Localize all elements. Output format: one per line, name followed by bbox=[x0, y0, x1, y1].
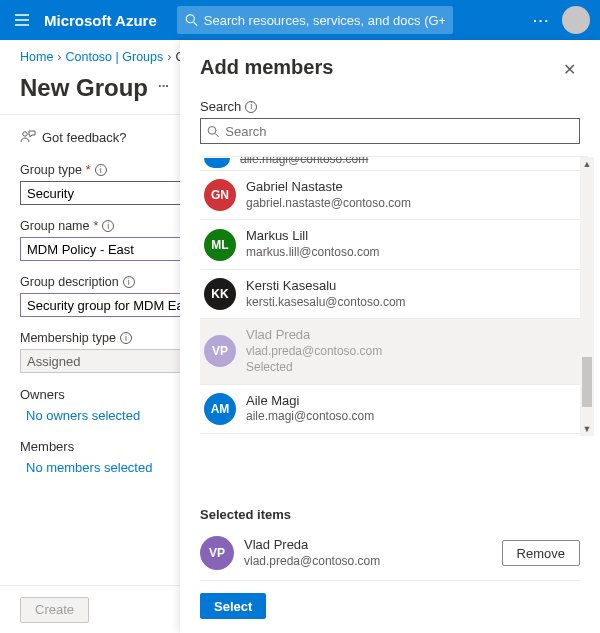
list-item[interactable]: aile.magi@contoso.com bbox=[200, 157, 588, 171]
list-item[interactable]: GNGabriel Nastastegabriel.nastaste@conto… bbox=[200, 171, 588, 220]
avatar: VP bbox=[200, 536, 234, 570]
scrollbar-thumb[interactable] bbox=[582, 357, 592, 407]
list-item[interactable]: AMAile Magiaile.magi@contoso.com bbox=[200, 385, 588, 434]
global-search[interactable] bbox=[177, 6, 453, 34]
info-icon[interactable]: i bbox=[102, 220, 114, 232]
selected-item-row: VP Vlad Preda vlad.preda@contoso.com Rem… bbox=[200, 530, 580, 581]
avatar: VP bbox=[204, 335, 236, 367]
svg-point-0 bbox=[186, 15, 194, 23]
page-title: New Group bbox=[20, 74, 148, 102]
global-search-input[interactable] bbox=[204, 13, 445, 28]
info-icon[interactable]: i bbox=[123, 276, 135, 288]
info-icon[interactable]: i bbox=[120, 332, 132, 344]
search-icon bbox=[207, 125, 219, 138]
panel-search-label: Search bbox=[200, 99, 241, 114]
list-item-name: Vlad Preda bbox=[246, 327, 382, 344]
list-item[interactable]: VPVlad Predavlad.preda@contoso.comSelect… bbox=[200, 319, 588, 384]
svg-point-2 bbox=[208, 126, 216, 134]
feedback-label: Got feedback? bbox=[42, 130, 127, 145]
list-item-email: aile.magi@contoso.com bbox=[240, 157, 368, 168]
create-button[interactable]: Create bbox=[20, 597, 89, 623]
selected-label: Selected bbox=[246, 360, 382, 376]
list-item-name: Kersti Kasesalu bbox=[246, 278, 406, 295]
list-item-email: vlad.preda@contoso.com bbox=[246, 344, 382, 360]
list-item-name: Aile Magi bbox=[246, 393, 374, 410]
info-icon[interactable]: i bbox=[245, 101, 257, 113]
list-item-email: markus.lill@contoso.com bbox=[246, 245, 380, 261]
list-item-email: kersti.kasesalu@contoso.com bbox=[246, 295, 406, 311]
list-item-name: Gabriel Nastaste bbox=[246, 179, 411, 196]
panel-search-input[interactable] bbox=[225, 124, 573, 139]
user-avatar[interactable] bbox=[562, 6, 590, 34]
breadcrumb-home[interactable]: Home bbox=[20, 50, 53, 64]
avatar: KK bbox=[204, 278, 236, 310]
close-icon[interactable]: ✕ bbox=[559, 56, 580, 83]
more-icon[interactable]: ··· bbox=[533, 13, 550, 28]
panel-title: Add members bbox=[200, 56, 333, 79]
scrollbar-track[interactable]: ▲ ▼ bbox=[580, 157, 594, 436]
list-item[interactable]: KKKersti Kasesalukersti.kasesalu@contoso… bbox=[200, 270, 588, 319]
brand-label: Microsoft Azure bbox=[44, 12, 157, 29]
person-feedback-icon bbox=[20, 129, 36, 145]
scroll-up-icon[interactable]: ▲ bbox=[580, 157, 594, 171]
breadcrumb-groups[interactable]: Contoso | Groups bbox=[66, 50, 164, 64]
avatar: GN bbox=[204, 179, 236, 211]
hamburger-icon[interactable] bbox=[0, 12, 44, 28]
selected-items-title: Selected items bbox=[200, 507, 580, 522]
list-item[interactable]: MLMarkus Lillmarkus.lill@contoso.com bbox=[200, 220, 588, 269]
top-bar: Microsoft Azure ··· bbox=[0, 0, 600, 40]
avatar: ML bbox=[204, 229, 236, 261]
list-item-email: aile.magi@contoso.com bbox=[246, 409, 374, 425]
avatar: AM bbox=[204, 393, 236, 425]
remove-button[interactable]: Remove bbox=[502, 540, 580, 566]
selected-item-email: vlad.preda@contoso.com bbox=[244, 554, 380, 570]
search-icon bbox=[185, 13, 198, 27]
page-more-icon[interactable]: ··· bbox=[158, 78, 169, 99]
panel-search-box[interactable] bbox=[200, 118, 580, 144]
info-icon[interactable]: i bbox=[95, 164, 107, 176]
scroll-down-icon[interactable]: ▼ bbox=[580, 422, 594, 436]
list-item-email: gabriel.nastaste@contoso.com bbox=[246, 196, 411, 212]
results-list: ▲ ▼ aile.magi@contoso.com GNGabriel Nast… bbox=[200, 156, 588, 436]
selected-items-section: Selected items VP Vlad Preda vlad.preda@… bbox=[180, 507, 600, 581]
list-item-name: Markus Lill bbox=[246, 228, 380, 245]
selected-item-name: Vlad Preda bbox=[244, 537, 380, 554]
select-button[interactable]: Select bbox=[200, 593, 266, 619]
add-members-panel: Add members ✕ Search i ▲ ▼ aile.magi@con… bbox=[180, 40, 600, 633]
svg-point-1 bbox=[23, 132, 27, 136]
